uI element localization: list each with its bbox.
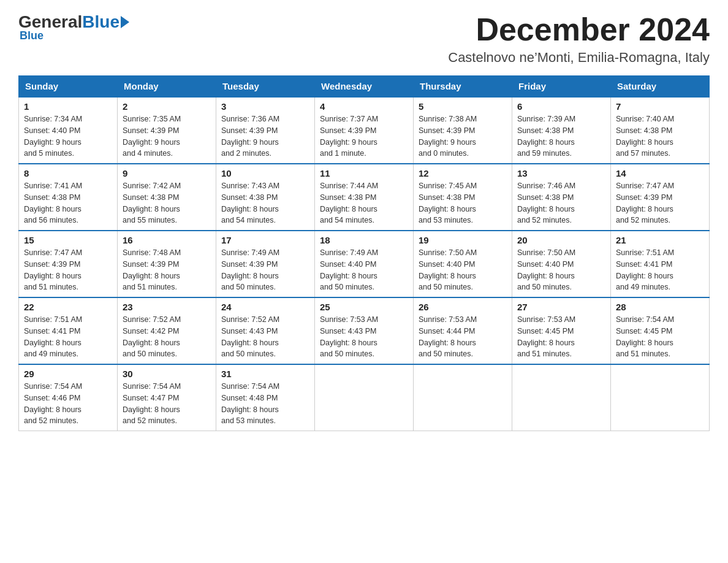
day-info: Sunrise: 7:52 AMSunset: 4:42 PMDaylight:…	[123, 314, 211, 360]
table-row: 9Sunrise: 7:42 AMSunset: 4:38 PMDaylight…	[118, 164, 216, 231]
col-sunday: Sunday	[19, 76, 118, 98]
day-number: 9	[123, 168, 211, 178]
day-info: Sunrise: 7:36 AMSunset: 4:39 PMDaylight:…	[221, 113, 309, 159]
logo-blue-part: Blue	[82, 12, 129, 32]
logo-arrow-icon	[121, 16, 129, 28]
day-info: Sunrise: 7:50 AMSunset: 4:40 PMDaylight:…	[419, 247, 507, 293]
table-row: 28Sunrise: 7:54 AMSunset: 4:45 PMDayligh…	[611, 297, 710, 364]
day-info: Sunrise: 7:54 AMSunset: 4:47 PMDaylight:…	[123, 381, 211, 427]
day-info: Sunrise: 7:53 AMSunset: 4:43 PMDaylight:…	[320, 314, 408, 360]
day-number: 15	[24, 235, 112, 245]
table-row: 18Sunrise: 7:49 AMSunset: 4:40 PMDayligh…	[315, 231, 414, 297]
location-title: Castelnovo ne’Monti, Emilia-Romagna, Ita…	[448, 50, 710, 66]
day-number: 3	[221, 101, 309, 112]
table-row: 20Sunrise: 7:50 AMSunset: 4:40 PMDayligh…	[512, 231, 611, 297]
table-row: 2Sunrise: 7:35 AMSunset: 4:39 PMDaylight…	[118, 97, 216, 164]
table-row: 31Sunrise: 7:54 AMSunset: 4:48 PMDayligh…	[216, 364, 315, 431]
day-info: Sunrise: 7:48 AMSunset: 4:39 PMDaylight:…	[123, 247, 211, 293]
day-number: 2	[123, 101, 211, 112]
day-number: 27	[517, 302, 605, 312]
day-number: 17	[221, 235, 309, 245]
day-number: 22	[24, 302, 112, 312]
day-info: Sunrise: 7:40 AMSunset: 4:38 PMDaylight:…	[616, 113, 704, 159]
day-number: 13	[517, 168, 605, 178]
table-row: 14Sunrise: 7:47 AMSunset: 4:39 PMDayligh…	[611, 164, 710, 231]
table-row: 13Sunrise: 7:46 AMSunset: 4:38 PMDayligh…	[512, 164, 611, 231]
day-number: 25	[320, 302, 408, 312]
table-row: 24Sunrise: 7:52 AMSunset: 4:43 PMDayligh…	[216, 297, 315, 364]
header-row: Sunday Monday Tuesday Wednesday Thursday…	[19, 76, 710, 98]
day-info: Sunrise: 7:43 AMSunset: 4:38 PMDaylight:…	[221, 180, 309, 226]
table-row: 11Sunrise: 7:44 AMSunset: 4:38 PMDayligh…	[315, 164, 414, 231]
day-info: Sunrise: 7:38 AMSunset: 4:39 PMDaylight:…	[419, 113, 507, 159]
day-info: Sunrise: 7:41 AMSunset: 4:38 PMDaylight:…	[24, 180, 112, 226]
day-number: 18	[320, 235, 408, 245]
table-row: 3Sunrise: 7:36 AMSunset: 4:39 PMDaylight…	[216, 97, 315, 164]
col-friday: Friday	[512, 76, 611, 98]
calendar-body: 1Sunrise: 7:34 AMSunset: 4:40 PMDaylight…	[19, 97, 710, 431]
day-number: 31	[221, 369, 309, 379]
day-number: 29	[24, 369, 112, 379]
title-area: December 2024 Castelnovo ne’Monti, Emili…	[448, 12, 710, 66]
col-monday: Monday	[118, 76, 216, 98]
day-info: Sunrise: 7:51 AMSunset: 4:41 PMDaylight:…	[616, 247, 704, 293]
day-number: 6	[517, 101, 605, 112]
day-number: 26	[419, 302, 507, 312]
table-row: 16Sunrise: 7:48 AMSunset: 4:39 PMDayligh…	[118, 231, 216, 297]
calendar-week-row: 29Sunrise: 7:54 AMSunset: 4:46 PMDayligh…	[19, 364, 710, 431]
day-info: Sunrise: 7:53 AMSunset: 4:45 PMDaylight:…	[517, 314, 605, 360]
table-row: 1Sunrise: 7:34 AMSunset: 4:40 PMDaylight…	[19, 97, 118, 164]
day-info: Sunrise: 7:54 AMSunset: 4:46 PMDaylight:…	[24, 381, 112, 427]
day-number: 30	[123, 369, 211, 379]
table-row: 7Sunrise: 7:40 AMSunset: 4:38 PMDaylight…	[611, 97, 710, 164]
day-number: 11	[320, 168, 408, 178]
table-row: 27Sunrise: 7:53 AMSunset: 4:45 PMDayligh…	[512, 297, 611, 364]
table-row	[611, 364, 710, 431]
calendar-table: Sunday Monday Tuesday Wednesday Thursday…	[18, 75, 710, 431]
table-row: 21Sunrise: 7:51 AMSunset: 4:41 PMDayligh…	[611, 231, 710, 297]
table-row: 23Sunrise: 7:52 AMSunset: 4:42 PMDayligh…	[118, 297, 216, 364]
table-row: 5Sunrise: 7:38 AMSunset: 4:39 PMDaylight…	[414, 97, 512, 164]
calendar-week-row: 22Sunrise: 7:51 AMSunset: 4:41 PMDayligh…	[19, 297, 710, 364]
logo: General Blue Blue	[18, 12, 129, 42]
table-row: 10Sunrise: 7:43 AMSunset: 4:38 PMDayligh…	[216, 164, 315, 231]
table-row: 4Sunrise: 7:37 AMSunset: 4:39 PMDaylight…	[315, 97, 414, 164]
day-info: Sunrise: 7:47 AMSunset: 4:39 PMDaylight:…	[616, 180, 704, 226]
calendar-week-row: 8Sunrise: 7:41 AMSunset: 4:38 PMDaylight…	[19, 164, 710, 231]
logo-blue: Blue	[82, 12, 119, 32]
table-row: 26Sunrise: 7:53 AMSunset: 4:44 PMDayligh…	[414, 297, 512, 364]
day-info: Sunrise: 7:45 AMSunset: 4:38 PMDaylight:…	[419, 180, 507, 226]
day-number: 8	[24, 168, 112, 178]
col-thursday: Thursday	[414, 76, 512, 98]
day-number: 14	[616, 168, 704, 178]
day-info: Sunrise: 7:54 AMSunset: 4:48 PMDaylight:…	[221, 381, 309, 427]
day-number: 24	[221, 302, 309, 312]
table-row: 22Sunrise: 7:51 AMSunset: 4:41 PMDayligh…	[19, 297, 118, 364]
calendar-week-row: 1Sunrise: 7:34 AMSunset: 4:40 PMDaylight…	[19, 97, 710, 164]
day-info: Sunrise: 7:52 AMSunset: 4:43 PMDaylight:…	[221, 314, 309, 360]
table-row: 6Sunrise: 7:39 AMSunset: 4:38 PMDaylight…	[512, 97, 611, 164]
month-title: December 2024	[448, 12, 710, 47]
table-row: 17Sunrise: 7:49 AMSunset: 4:39 PMDayligh…	[216, 231, 315, 297]
day-info: Sunrise: 7:47 AMSunset: 4:39 PMDaylight:…	[24, 247, 112, 293]
day-info: Sunrise: 7:34 AMSunset: 4:40 PMDaylight:…	[24, 113, 112, 159]
table-row: 19Sunrise: 7:50 AMSunset: 4:40 PMDayligh…	[414, 231, 512, 297]
day-info: Sunrise: 7:51 AMSunset: 4:41 PMDaylight:…	[24, 314, 112, 360]
day-number: 12	[419, 168, 507, 178]
table-row: 15Sunrise: 7:47 AMSunset: 4:39 PMDayligh…	[19, 231, 118, 297]
day-info: Sunrise: 7:44 AMSunset: 4:38 PMDaylight:…	[320, 180, 408, 226]
table-row: 30Sunrise: 7:54 AMSunset: 4:47 PMDayligh…	[118, 364, 216, 431]
calendar-header: Sunday Monday Tuesday Wednesday Thursday…	[19, 76, 710, 98]
table-row: 25Sunrise: 7:53 AMSunset: 4:43 PMDayligh…	[315, 297, 414, 364]
logo-subtitle: Blue	[20, 29, 44, 42]
day-number: 21	[616, 235, 704, 245]
table-row	[414, 364, 512, 431]
col-wednesday: Wednesday	[315, 76, 414, 98]
day-info: Sunrise: 7:35 AMSunset: 4:39 PMDaylight:…	[123, 113, 211, 159]
day-info: Sunrise: 7:49 AMSunset: 4:40 PMDaylight:…	[320, 247, 408, 293]
day-number: 5	[419, 101, 507, 112]
day-number: 20	[517, 235, 605, 245]
table-row: 8Sunrise: 7:41 AMSunset: 4:38 PMDaylight…	[19, 164, 118, 231]
day-number: 16	[123, 235, 211, 245]
col-tuesday: Tuesday	[216, 76, 315, 98]
